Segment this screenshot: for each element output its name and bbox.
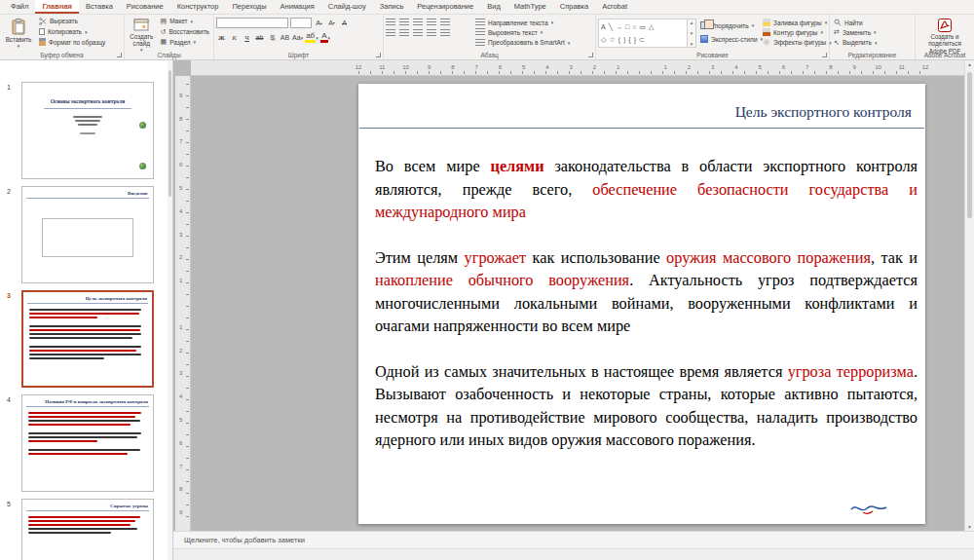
format-painter-button[interactable]: Формат по образцу bbox=[37, 37, 107, 47]
font-name-combobox[interactable] bbox=[216, 18, 288, 28]
shape-outline-button[interactable]: Контур фигуры ▾ bbox=[761, 28, 834, 36]
bullets-icon[interactable] bbox=[386, 19, 395, 26]
columns-icon[interactable] bbox=[440, 29, 450, 37]
vertical-scrollbar[interactable]: ▲ ▼ bbox=[964, 60, 974, 531]
thumbnail-item-1[interactable]: 1Основы экспортного контроля bbox=[0, 82, 172, 179]
justify-icon[interactable] bbox=[427, 29, 436, 37]
align-left-icon[interactable] bbox=[386, 29, 395, 37]
shape-item[interactable]: ⊂ bbox=[639, 36, 645, 44]
character-spacing-button[interactable]: АВ bbox=[280, 32, 290, 43]
notes-pane[interactable]: Щелкните, чтобы добавить заметки bbox=[173, 531, 974, 548]
tab-Вставка[interactable]: Вставка bbox=[79, 0, 120, 14]
shape-item[interactable]: А bbox=[601, 23, 606, 31]
strikethrough-button[interactable]: ab bbox=[254, 32, 265, 43]
shape-item[interactable]: ☆ bbox=[609, 36, 615, 44]
tab-Рисование[interactable]: Рисование bbox=[120, 0, 170, 14]
align-text-button[interactable]: Выровнять текст ▾ bbox=[473, 28, 572, 36]
grow-font-button[interactable]: А▴ bbox=[314, 18, 324, 28]
shape-gallery-scrollbar[interactable]: ▴ ▾ ▾ bbox=[688, 19, 696, 48]
cut-button[interactable]: Вырезать bbox=[37, 17, 107, 26]
layout-button[interactable]: ▤ Макет ▾ bbox=[159, 17, 212, 26]
thumbnail-item-5[interactable]: 5Скрытые угрозы bbox=[0, 499, 172, 560]
increase-indent-icon[interactable] bbox=[427, 19, 436, 26]
tab-Вид[interactable]: Вид bbox=[480, 0, 507, 14]
shape-item[interactable]: ( bbox=[618, 36, 620, 44]
convert-smartart-button[interactable]: Преобразовать в SmartArt ▾ bbox=[473, 39, 572, 47]
slide-editor[interactable]: Цель экспортного контроля Во всем мире ц… bbox=[358, 84, 925, 524]
tab-Анимация[interactable]: Анимация bbox=[274, 0, 321, 14]
font-size-combobox[interactable] bbox=[290, 18, 312, 28]
thumbnail-item-4[interactable]: 4Позиция РФ в вопросах экспортного контр… bbox=[0, 394, 172, 492]
thumbnail-slide-preview[interactable]: Введение bbox=[21, 186, 154, 283]
copy-button[interactable]: Копировать ▾ bbox=[37, 27, 107, 37]
tab-Переходы[interactable]: Переходы bbox=[225, 0, 273, 14]
slide-paragraph: Этим целям угрожает как использование ор… bbox=[375, 246, 918, 338]
scroll-up-icon[interactable]: ▴ bbox=[691, 19, 693, 25]
dialog-launcher-icon[interactable] bbox=[117, 53, 122, 57]
scroll-up-icon[interactable]: ▲ bbox=[965, 61, 974, 67]
shape-item[interactable]: ◇ bbox=[601, 36, 606, 44]
dialog-launcher-icon[interactable] bbox=[588, 53, 593, 57]
shape-item[interactable]: ○ bbox=[632, 23, 636, 31]
shape-item[interactable]: → bbox=[616, 23, 622, 31]
thumbnail-item-3[interactable]: 3Цель экспортного контроля bbox=[0, 290, 172, 388]
change-case-button[interactable]: Аа▾ bbox=[292, 32, 303, 43]
dialog-launcher-icon[interactable] bbox=[822, 53, 827, 57]
decrease-indent-icon[interactable] bbox=[413, 19, 423, 26]
thumbnail-slide-preview[interactable]: Скрытые угрозы bbox=[21, 499, 154, 560]
shape-item[interactable]: □ bbox=[625, 23, 629, 31]
shape-item[interactable]: { bbox=[628, 36, 630, 44]
line-spacing-icon[interactable] bbox=[440, 19, 450, 26]
align-center-icon[interactable] bbox=[399, 29, 409, 37]
tab-MathType[interactable]: MathType bbox=[507, 0, 553, 14]
dialog-launcher-icon[interactable] bbox=[376, 53, 381, 57]
underline-button[interactable]: Ч bbox=[242, 32, 252, 43]
highlight-color-button[interactable]: аб▾ bbox=[305, 32, 318, 43]
slide-body[interactable]: Во всем мире целями законодательства в о… bbox=[358, 129, 925, 452]
find-button[interactable]: Найти bbox=[832, 19, 879, 26]
tab-Запись[interactable]: Запись bbox=[373, 0, 411, 14]
shape-item[interactable]: △ bbox=[649, 23, 654, 31]
section-button[interactable]: ▦ Раздел ▾ bbox=[159, 37, 212, 47]
shape-item[interactable]: ) bbox=[623, 36, 625, 44]
scroll-down-icon[interactable]: ▼ bbox=[965, 524, 974, 530]
bold-button[interactable]: Ж bbox=[216, 32, 227, 43]
scrollbar-thumb[interactable] bbox=[967, 72, 972, 218]
select-button[interactable]: ↖ Выделить ▾ bbox=[832, 39, 879, 47]
thumbnail-slide-preview[interactable]: Цель экспортного контроля bbox=[21, 290, 154, 388]
tab-Главная[interactable]: Главная bbox=[35, 0, 79, 14]
italic-button[interactable]: К bbox=[229, 32, 240, 43]
tab-Слайд-шоу[interactable]: Слайд-шоу bbox=[321, 0, 373, 14]
shape-item[interactable]: } bbox=[634, 36, 636, 44]
create-pdf-button[interactable]: Создать и поделиться Adobe PDF bbox=[918, 17, 972, 47]
new-slide-button[interactable]: Создать слайд ▾ bbox=[127, 17, 157, 47]
tab-Справка[interactable]: Справка bbox=[553, 0, 595, 14]
font-color-button[interactable]: А▾ bbox=[320, 32, 331, 43]
tab-Acrobat[interactable]: Acrobat bbox=[595, 0, 634, 14]
arrange-button[interactable]: Упорядочить ▾ bbox=[698, 20, 759, 30]
clear-formatting-button[interactable]: А bbox=[339, 18, 350, 28]
thumbnail-slide-preview[interactable]: Позиция РФ в вопросах экспортного контро… bbox=[21, 394, 154, 492]
numbering-icon[interactable] bbox=[399, 19, 409, 26]
thumbnail-item-2[interactable]: 2Введение bbox=[0, 186, 172, 283]
replace-button[interactable]: ⇄ Заменить ▾ bbox=[832, 28, 879, 36]
shape-item[interactable]: ╲ bbox=[609, 23, 613, 31]
align-right-icon[interactable] bbox=[413, 29, 423, 37]
tab-Рецензирование[interactable]: Рецензирование bbox=[410, 0, 480, 14]
slide-title[interactable]: Цель экспортного контроля bbox=[358, 84, 925, 128]
quick-styles-button[interactable]: Экспресс-стили ▾ bbox=[698, 34, 759, 44]
emblem-badge-icon bbox=[139, 122, 146, 129]
shape-fill-button[interactable]: Заливка фигуры ▾ bbox=[761, 19, 834, 26]
shape-effects-button[interactable]: Эффекты фигуры ▾ bbox=[761, 39, 834, 47]
text-shadow-button[interactable]: S bbox=[267, 32, 278, 43]
paste-button[interactable]: Вставить ▾ bbox=[2, 17, 35, 47]
text-direction-button[interactable]: Направление текста ▾ bbox=[473, 19, 572, 26]
shrink-font-button[interactable]: А▾ bbox=[326, 18, 337, 28]
shape-item[interactable]: ▭ bbox=[639, 23, 646, 31]
thumbnail-slide-preview[interactable]: Основы экспортного контроля bbox=[21, 82, 154, 179]
scroll-down-icon[interactable]: ▾ bbox=[691, 30, 693, 36]
gallery-more-icon[interactable]: ▾ bbox=[691, 41, 693, 47]
tab-Конструктор[interactable]: Конструктор bbox=[170, 0, 226, 14]
reset-button[interactable]: ↺ Восстановить bbox=[159, 27, 212, 37]
tab-Файл[interactable]: Файл bbox=[4, 0, 35, 14]
